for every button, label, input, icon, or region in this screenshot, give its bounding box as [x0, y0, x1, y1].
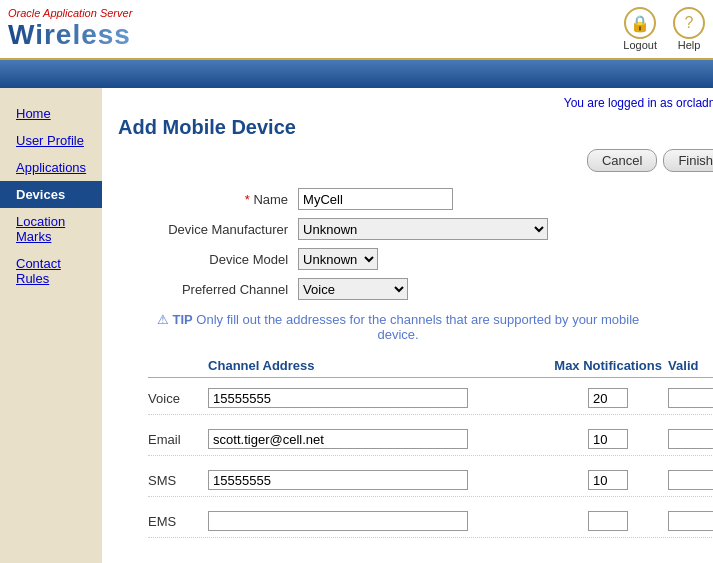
cancel-button[interactable]: Cancel — [587, 149, 657, 172]
voice-address-input[interactable] — [208, 388, 468, 408]
channel-row-sms: SMS — [148, 464, 713, 497]
channel-ems-max-cell — [548, 511, 668, 531]
logout-button[interactable]: 🔒 Logout — [623, 7, 657, 51]
nav-bar — [0, 60, 713, 88]
header-actions: 🔒 Logout ? Help — [623, 7, 705, 51]
device-model-row: Device Model Unknown Model A Model B — [118, 248, 713, 270]
logout-icon: 🔒 — [624, 7, 656, 39]
email-address-input[interactable] — [208, 429, 468, 449]
sms-address-input[interactable] — [208, 470, 468, 490]
channel-email-address-cell — [208, 429, 548, 449]
help-icon: ? — [673, 7, 705, 39]
channel-row-email: Email — [148, 423, 713, 456]
channel-sms-label: SMS — [148, 473, 208, 488]
sidebar-item-user-profile[interactable]: User Profile — [0, 127, 102, 154]
finish-button[interactable]: Finish — [663, 149, 713, 172]
sidebar: Home User Profile Applications Devices L… — [0, 88, 102, 563]
ems-valid-input[interactable] — [668, 511, 713, 531]
email-max-input[interactable] — [588, 429, 628, 449]
voice-max-input[interactable] — [588, 388, 628, 408]
voice-valid-input[interactable] — [668, 388, 713, 408]
header: Oracle Application Server Wireless 🔒 Log… — [0, 0, 713, 60]
ems-max-input[interactable] — [588, 511, 628, 531]
channel-email-max-cell — [548, 429, 668, 449]
channel-ems-label: EMS — [148, 514, 208, 529]
channel-voice-label: Voice — [148, 391, 208, 406]
channel-valid-header: Valid — [668, 358, 713, 373]
channel-row-voice: Voice — [148, 382, 713, 415]
tip-text: Only fill out the addresses for the chan… — [196, 312, 639, 342]
channel-sms-max-cell — [548, 470, 668, 490]
action-buttons: Cancel Finish — [118, 149, 713, 172]
tip-row: ⚠ TIP Only fill out the addresses for th… — [148, 312, 648, 342]
main-layout: Home User Profile Applications Devices L… — [0, 88, 713, 563]
sms-max-input[interactable] — [588, 470, 628, 490]
channel-sms-address-cell — [208, 470, 548, 490]
preferred-channel-select[interactable]: Voice Email SMS EMS — [298, 278, 408, 300]
logged-in-bar: You are logged in as orcladmin — [118, 96, 713, 110]
channel-ems-address-cell — [208, 511, 548, 531]
help-button[interactable]: ? Help — [673, 7, 705, 51]
sidebar-item-devices[interactable]: Devices — [0, 181, 102, 208]
wireless-logo: Wireless — [8, 19, 132, 51]
channel-table: Channel Address Max Notifications Valid … — [148, 358, 713, 538]
device-model-select[interactable]: Unknown Model A Model B — [298, 248, 378, 270]
channel-address-header: Channel Address — [208, 358, 548, 373]
wireless-text: Wireless — [8, 19, 131, 50]
channel-row-ems: EMS — [148, 505, 713, 538]
device-model-label: Device Model — [118, 252, 298, 267]
sms-valid-input[interactable] — [668, 470, 713, 490]
channel-email-label: Email — [148, 432, 208, 447]
content-area: You are logged in as orcladmin Add Mobil… — [102, 88, 713, 563]
channel-max-header: Max Notifications — [548, 358, 668, 373]
sidebar-item-applications[interactable]: Applications — [0, 154, 102, 181]
device-manufacturer-row: Device Manufacturer Unknown Nokia Motoro… — [118, 218, 713, 240]
tip-icon: ⚠ — [157, 312, 173, 327]
device-manufacturer-select[interactable]: Unknown Nokia Motorola Samsung — [298, 218, 548, 240]
sidebar-item-location-marks[interactable]: Location Marks — [0, 208, 102, 250]
device-manufacturer-label: Device Manufacturer — [118, 222, 298, 237]
channel-table-header: Channel Address Max Notifications Valid — [148, 358, 713, 378]
logo: Oracle Application Server Wireless — [8, 7, 132, 51]
channel-email-valid-cell — [668, 429, 713, 449]
name-input[interactable] — [298, 188, 453, 210]
preferred-channel-row: Preferred Channel Voice Email SMS EMS — [118, 278, 713, 300]
logout-label: Logout — [623, 39, 657, 51]
channel-sms-valid-cell — [668, 470, 713, 490]
email-valid-input[interactable] — [668, 429, 713, 449]
oracle-text: Oracle Application Server — [8, 7, 132, 19]
tip-label: TIP — [173, 312, 193, 327]
page-title: Add Mobile Device — [118, 116, 713, 139]
channel-ems-valid-cell — [668, 511, 713, 531]
ems-address-input[interactable] — [208, 511, 468, 531]
sidebar-item-home[interactable]: Home — [0, 100, 102, 127]
preferred-channel-label: Preferred Channel — [118, 282, 298, 297]
help-label: Help — [678, 39, 701, 51]
channel-voice-max-cell — [548, 388, 668, 408]
name-label: * Name — [118, 192, 298, 207]
channel-voice-address-cell — [208, 388, 548, 408]
channel-voice-valid-cell — [668, 388, 713, 408]
name-row: * Name — [118, 188, 713, 210]
sidebar-item-contact-rules[interactable]: Contact Rules — [0, 250, 102, 292]
